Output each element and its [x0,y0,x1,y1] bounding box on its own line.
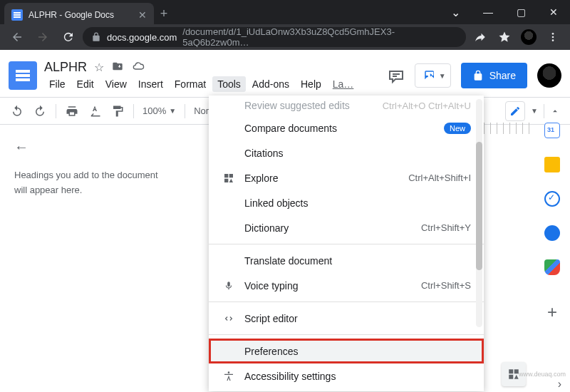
address-bar[interactable]: docs.google.com /document/d/1_iUdLaOnw3X… [83,27,466,47]
outline-panel: ← Headings you add to the document will … [0,125,185,392]
bookmark-icon[interactable] [493,27,516,47]
outline-hint: Headings you add to the document will ap… [14,168,171,198]
chevron-down-icon: ▼ [439,72,446,80]
undo-button[interactable] [10,103,24,120]
menu-separator [209,301,484,302]
maximize-button[interactable]: ▢ [504,0,537,24]
script-icon [222,314,236,324]
tab-title: ALPHR - Google Docs [28,10,133,20]
svg-point-2 [552,39,554,41]
menu-item-explore[interactable]: Explore Ctrl+Alt+Shift+I [209,165,484,190]
browser-titlebar: ALPHR - Google Docs ✕ + ⌄ — ▢ ✕ [0,0,570,24]
menu-item-script-editor[interactable]: Script editor [209,306,484,331]
menu-addons[interactable]: Add-ons [247,76,294,92]
chevron-down-icon: ▼ [169,107,176,115]
menu-item-review-suggested-edits[interactable]: Review suggested edits Ctrl+Alt+O Ctrl+A… [209,96,484,115]
docs-favicon-icon [11,9,23,21]
docs-logo-icon[interactable] [9,61,37,90]
menu-format[interactable]: Format [170,76,211,92]
explore-icon [222,172,236,184]
side-panel-toggle-icon[interactable]: › [558,378,561,391]
ruler [484,123,534,134]
maps-icon[interactable] [544,259,560,275]
star-icon[interactable]: ☆ [94,61,104,74]
menu-item-translate-document[interactable]: Translate document [209,248,484,273]
browser-toolbar: docs.google.com /document/d/1_iUdLaOnw3X… [0,24,570,50]
editing-mode-button[interactable] [505,101,525,121]
accessibility-icon [222,371,236,382]
browser-menu-icon[interactable] [542,27,564,47]
url-path: /document/d/1_iUdLaOnw3Xb3uZ8Qcd5GmhJEX3… [182,27,457,47]
menu-item-linked-objects[interactable]: Linked objects [209,190,484,215]
tools-menu: Review suggested edits Ctrl+Alt+O Ctrl+A… [209,96,484,391]
close-tab-icon[interactable]: ✕ [138,9,147,21]
lock-icon [91,32,101,42]
menu-separator [209,244,484,244]
window-controls: ⌄ — ▢ ✕ [439,0,570,24]
menu-insert[interactable]: Insert [133,76,168,92]
browser-tab[interactable]: ALPHR - Google Docs ✕ [4,3,154,27]
watermark: www.deuaq.com [519,371,566,378]
url-host: docs.google.com [107,32,177,43]
menu-edit[interactable]: Edit [72,76,99,92]
menu-separator [209,334,484,335]
share-url-icon[interactable] [469,27,492,47]
paint-format-button[interactable] [110,103,125,120]
calendar-icon[interactable] [544,123,560,138]
docs-header: ALPHR ☆ File Edit View Insert Format Too… [0,50,570,96]
menu-item-voice-typing[interactable]: Voice typing Ctrl+Shift+S [209,273,484,298]
contacts-icon[interactable] [544,225,560,241]
redo-button[interactable] [33,103,47,120]
cloud-status-icon[interactable] [131,61,145,74]
menu-item-accessibility-settings[interactable]: Accessibility settings [209,363,484,388]
menu-view[interactable]: View [100,76,132,92]
share-label: Share [489,70,516,81]
reload-button[interactable] [57,27,80,47]
share-button[interactable]: Share [461,63,527,88]
account-avatar[interactable] [537,63,561,88]
zoom-value: 100% [142,105,166,116]
svg-point-1 [552,36,554,38]
menu-tools[interactable]: Tools [212,76,246,92]
zoom-select[interactable]: 100% ▼ [142,105,176,116]
present-button[interactable]: ▼ [415,63,451,88]
forward-button[interactable] [31,27,54,47]
menu-help[interactable]: Help [296,76,326,92]
menu-last-edit[interactable]: La… [328,76,359,92]
menu-scrollbar[interactable] [476,99,482,327]
profile-icon[interactable] [517,27,540,47]
menu-item-preferences[interactable]: Preferences [209,339,484,363]
side-panel: + [534,123,570,322]
collapse-toolbar-icon[interactable] [550,106,560,116]
microphone-icon [222,280,236,292]
document-title[interactable]: ALPHR [44,60,87,75]
menu-file[interactable]: File [44,76,71,92]
menu-item-citations[interactable]: Citations [209,140,484,165]
comment-history-icon[interactable] [388,67,405,84]
tasks-icon[interactable] [544,191,560,207]
outline-close-icon[interactable]: ← [14,139,171,155]
keep-icon[interactable] [544,157,560,172]
svg-point-0 [552,33,554,35]
menubar: File Edit View Insert Format Tools Add-o… [44,76,380,92]
new-tab-button[interactable]: + [154,4,174,24]
print-button[interactable] [65,103,79,120]
spellcheck-button[interactable] [88,103,102,120]
back-button[interactable] [6,27,28,47]
add-addon-icon[interactable]: + [547,302,557,322]
close-window-button[interactable]: ✕ [537,0,570,24]
chevron-down-icon[interactable]: ▼ [531,107,538,115]
move-icon[interactable] [111,61,124,74]
new-badge: New [444,123,471,134]
menu-item-compare-documents[interactable]: Compare documents New [209,115,484,140]
tab-search-icon[interactable]: ⌄ [439,0,472,24]
minimize-button[interactable]: — [472,0,504,24]
menu-item-dictionary[interactable]: Dictionary Ctrl+Shift+Y [209,215,484,240]
